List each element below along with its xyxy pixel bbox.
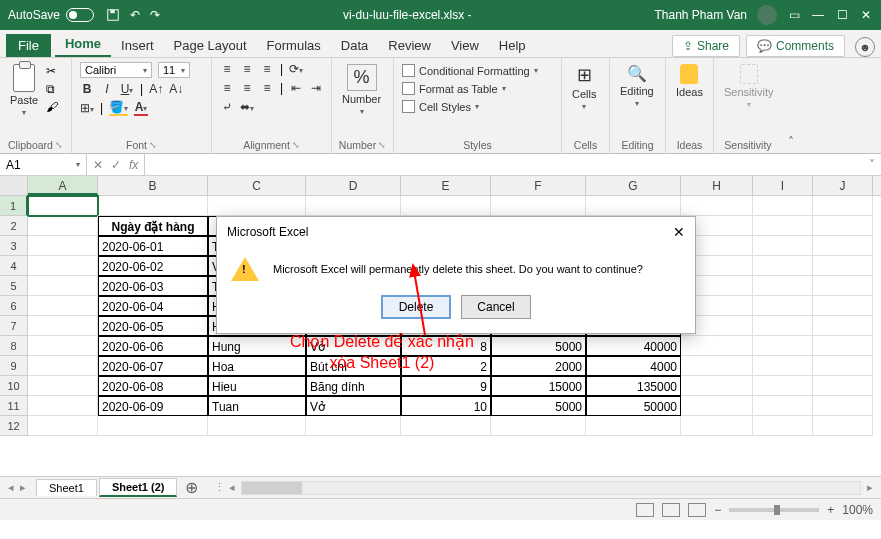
cell[interactable] xyxy=(491,196,586,216)
paste-button[interactable]: Paste▾ xyxy=(8,62,40,119)
cell[interactable] xyxy=(813,336,873,356)
cell[interactable] xyxy=(28,236,98,256)
ideas-button[interactable]: Ideas xyxy=(674,62,705,100)
save-icon[interactable] xyxy=(106,8,120,22)
zoom-in-icon[interactable]: + xyxy=(827,503,834,517)
autosave-toggle[interactable] xyxy=(66,8,94,22)
col-header-c[interactable]: C xyxy=(208,176,306,195)
add-sheet-icon[interactable]: ⊕ xyxy=(177,478,206,497)
cell[interactable] xyxy=(681,196,753,216)
page-break-view-icon[interactable] xyxy=(688,503,706,517)
cell[interactable]: 8 xyxy=(401,336,491,356)
undo-icon[interactable]: ↶ xyxy=(130,8,140,22)
cut-icon[interactable]: ✂ xyxy=(46,64,58,78)
col-header-j[interactable]: J xyxy=(813,176,873,195)
page-layout-view-icon[interactable] xyxy=(662,503,680,517)
cell[interactable]: 2 xyxy=(401,356,491,376)
cell[interactable] xyxy=(753,396,813,416)
cell[interactable] xyxy=(813,396,873,416)
tab-home[interactable]: Home xyxy=(55,32,111,57)
cell-a1[interactable] xyxy=(28,196,98,216)
tab-insert[interactable]: Insert xyxy=(111,34,164,57)
tab-review[interactable]: Review xyxy=(378,34,441,57)
increase-font-icon[interactable]: A↑ xyxy=(149,82,163,96)
cell[interactable] xyxy=(813,236,873,256)
borders-button[interactable]: ⊞▾ xyxy=(80,101,94,115)
cell[interactable] xyxy=(681,356,753,376)
delete-button[interactable]: Delete xyxy=(381,295,451,319)
cell[interactable]: 5000 xyxy=(491,396,586,416)
cell[interactable]: 2020-06-09 xyxy=(98,396,208,416)
cell[interactable]: 50000 xyxy=(586,396,681,416)
fx-icon[interactable]: fx xyxy=(129,158,138,172)
align-middle-icon[interactable]: ≡ xyxy=(240,62,254,76)
cell[interactable]: Hieu xyxy=(208,376,306,396)
cell[interactable] xyxy=(586,416,681,436)
row-header[interactable]: 1 xyxy=(0,196,28,216)
cell[interactable]: Bút chì xyxy=(306,356,401,376)
redo-icon[interactable]: ↷ xyxy=(150,8,160,22)
align-top-icon[interactable]: ≡ xyxy=(220,62,234,76)
cell[interactable] xyxy=(306,416,401,436)
align-right-icon[interactable]: ≡ xyxy=(260,81,274,95)
row-header[interactable]: 2 xyxy=(0,216,28,236)
conditional-formatting-button[interactable]: Conditional Formatting▾ xyxy=(402,64,538,77)
cell[interactable] xyxy=(208,196,306,216)
zoom-out-icon[interactable]: − xyxy=(714,503,721,517)
col-header-b[interactable]: B xyxy=(98,176,208,195)
cell[interactable] xyxy=(28,216,98,236)
tab-formulas[interactable]: Formulas xyxy=(257,34,331,57)
name-box[interactable]: A1▾ xyxy=(0,154,87,175)
cell[interactable] xyxy=(401,196,491,216)
cell[interactable]: Hoa xyxy=(208,356,306,376)
sensitivity-button[interactable]: Sensitivity▾ xyxy=(722,62,776,111)
row-header[interactable]: 8 xyxy=(0,336,28,356)
merge-center-icon[interactable]: ⬌▾ xyxy=(240,100,254,114)
sheet-tab-1[interactable]: Sheet1 xyxy=(36,479,97,496)
cell[interactable] xyxy=(753,336,813,356)
copy-icon[interactable]: ⧉ xyxy=(46,82,58,96)
cell[interactable] xyxy=(753,276,813,296)
fill-color-button[interactable]: 🪣▾ xyxy=(109,100,128,116)
avatar[interactable] xyxy=(757,5,777,25)
cell[interactable] xyxy=(586,196,681,216)
horizontal-scrollbar[interactable] xyxy=(241,481,861,495)
cancel-button[interactable]: Cancel xyxy=(461,295,531,319)
cell[interactable] xyxy=(753,376,813,396)
format-as-table-button[interactable]: Format as Table▾ xyxy=(402,82,506,95)
zoom-slider[interactable] xyxy=(729,508,819,512)
cell[interactable] xyxy=(98,196,208,216)
decrease-indent-icon[interactable]: ⇤ xyxy=(289,81,303,95)
wrap-text-icon[interactable]: ⤶ xyxy=(220,100,234,114)
formula-bar[interactable] xyxy=(145,154,863,175)
tab-view[interactable]: View xyxy=(441,34,489,57)
cell[interactable] xyxy=(28,256,98,276)
cell[interactable]: Băng dính xyxy=(306,376,401,396)
cell[interactable]: 135000 xyxy=(586,376,681,396)
cell[interactable]: 2020-06-01 xyxy=(98,236,208,256)
row-header[interactable]: 6 xyxy=(0,296,28,316)
help-icon[interactable]: ☻ xyxy=(855,37,875,57)
close-icon[interactable]: ✕ xyxy=(859,8,873,22)
cell[interactable]: 4000 xyxy=(586,356,681,376)
font-color-button[interactable]: A▾ xyxy=(134,100,148,116)
align-bottom-icon[interactable]: ≡ xyxy=(260,62,274,76)
sheet-prev-icon[interactable]: ◂ xyxy=(8,481,14,494)
row-header[interactable]: 7 xyxy=(0,316,28,336)
cell[interactable]: 10 xyxy=(401,396,491,416)
cell[interactable] xyxy=(28,316,98,336)
file-tab[interactable]: File xyxy=(6,34,51,57)
cell[interactable]: Vở xyxy=(306,336,401,356)
row-header[interactable]: 4 xyxy=(0,256,28,276)
number-launcher[interactable]: ⤡ xyxy=(378,140,386,150)
orientation-icon[interactable]: ⟳▾ xyxy=(289,62,303,76)
col-header-a[interactable]: A xyxy=(28,176,98,195)
cell[interactable]: 2020-06-03 xyxy=(98,276,208,296)
cell[interactable] xyxy=(753,256,813,276)
cell[interactable]: Tuan xyxy=(208,396,306,416)
cell[interactable] xyxy=(681,416,753,436)
cell[interactable] xyxy=(681,376,753,396)
cell[interactable] xyxy=(753,236,813,256)
cell[interactable] xyxy=(28,376,98,396)
tab-page-layout[interactable]: Page Layout xyxy=(164,34,257,57)
